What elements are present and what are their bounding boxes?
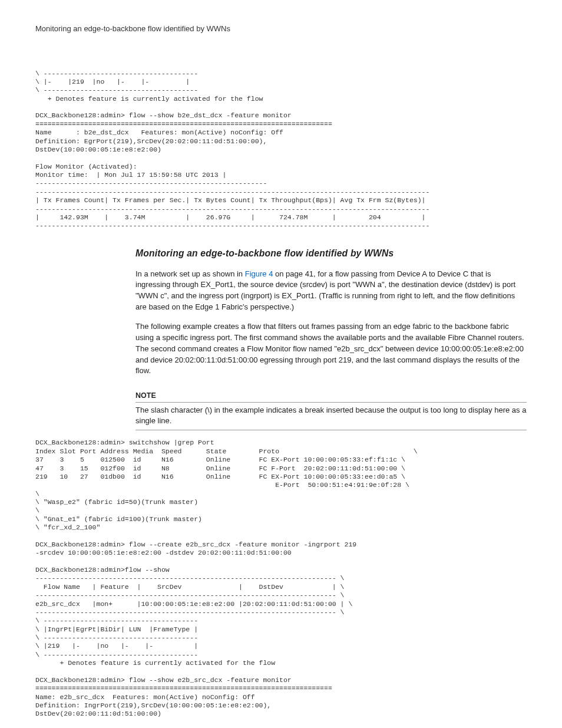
figure-link[interactable]: Figure 4 [245, 269, 273, 278]
note-body: The slash character (\) in the example i… [135, 405, 527, 430]
code-block-top: \ --------------------------------------… [35, 70, 527, 230]
note-block: NOTE The slash character (\) in the exam… [135, 391, 527, 430]
p1-text-a: In a network set up as shown in [135, 269, 245, 278]
section-title: Monitoring an edge-to-backbone flow iden… [135, 247, 495, 261]
note-title: NOTE [135, 391, 527, 403]
page-header: Monitoring an edge-to-backbone flow iden… [35, 24, 527, 34]
paragraph-1: In a network set up as shown in Figure 4… [135, 269, 527, 313]
code-block-bottom: DCX_Backbone128:admin> switchshow |grep … [35, 439, 527, 718]
paragraph-2: The following example creates a flow tha… [135, 321, 527, 377]
